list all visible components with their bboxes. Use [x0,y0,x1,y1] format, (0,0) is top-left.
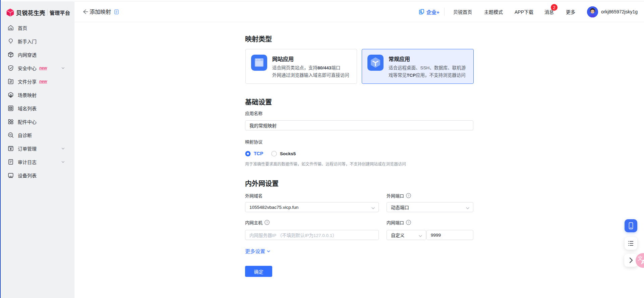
svg-text:?: ? [266,221,268,224]
svg-text:?: ? [408,194,409,197]
svg-text:?: ? [408,221,409,224]
